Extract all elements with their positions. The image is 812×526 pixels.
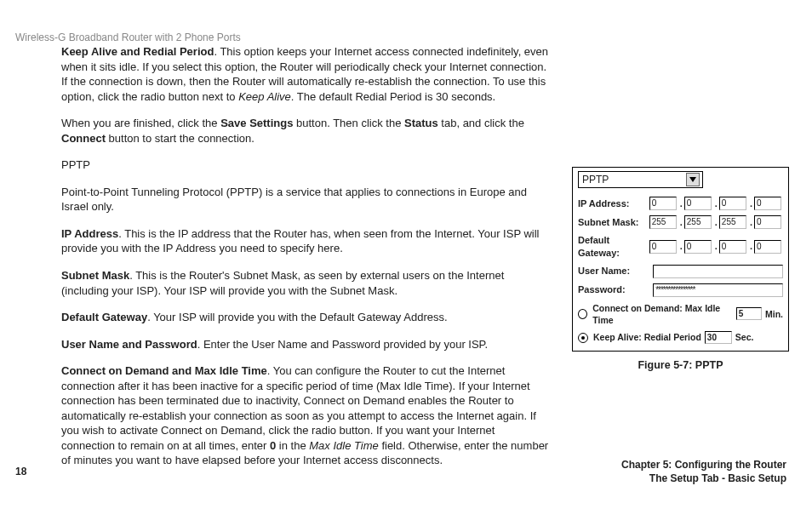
paragraph-mask: Subnet Mask. This is the Router's Subnet… — [61, 268, 551, 298]
gw-octet-4[interactable]: 0 — [754, 240, 781, 254]
figure-caption: Figure 5-7: PPTP — [572, 358, 789, 373]
paragraph-connect-on-demand: Connect on Demand and Max Idle Time. You… — [61, 363, 551, 468]
radio-keep-alive[interactable] — [578, 333, 588, 343]
italic-keep-alive: Keep Alive — [238, 90, 291, 103]
mask-octet-2[interactable]: 255 — [684, 215, 712, 229]
row-ip: IP Address: 0. 0. 0. 0 — [578, 197, 783, 210]
chevron-down-icon — [686, 173, 700, 186]
footer-chapter: Chapter 5: Configuring the Router — [621, 458, 786, 472]
ip-octet-1[interactable]: 0 — [649, 197, 677, 210]
label-gateway: Default Gateway: — [578, 234, 649, 260]
mask-octet-3[interactable]: 255 — [719, 215, 746, 229]
radio-connect-on-demand[interactable] — [578, 309, 587, 319]
row-mask: Subnet Mask: 255. 255. 255. 0 — [578, 215, 783, 229]
gw-octet-1[interactable]: 0 — [649, 240, 677, 254]
ka-label: Keep Alive: Redial Period — [593, 331, 701, 343]
row-username: User Name: — [578, 265, 783, 278]
row-connect-on-demand: Connect on Demand: Max Idle Time 5 Min. — [578, 302, 783, 326]
paragraph-ip: IP Address. This is the IP address that … — [61, 226, 551, 256]
paragraph-save-connect: When you are finished, click the Save Se… — [61, 116, 551, 146]
cod-unit: Min. — [765, 308, 783, 320]
heading-pptp: PPTP — [61, 157, 551, 173]
figure-pptp: PPTP IP Address: 0. 0. 0. 0 Subnet Mask:… — [572, 167, 789, 373]
row-gateway: Default Gateway: 0. 0. 0. 0 — [578, 234, 783, 260]
term-keep-alive: Keep Alive and Redial Period — [61, 45, 214, 58]
ka-unit: Sec. — [735, 331, 754, 343]
ip-octet-4[interactable]: 0 — [754, 197, 781, 210]
document-page: Wireless-G Broadband Router with 2 Phone… — [0, 0, 812, 526]
ip-octet-2[interactable]: 0 — [684, 197, 712, 210]
gw-octet-3[interactable]: 0 — [719, 240, 746, 254]
footer: Chapter 5: Configuring the Router The Se… — [621, 458, 786, 485]
redial-period-field[interactable]: 30 — [705, 331, 732, 344]
svg-marker-0 — [689, 177, 696, 182]
ip-octet-3[interactable]: 0 — [719, 197, 746, 210]
figure-panel: PPTP IP Address: 0. 0. 0. 0 Subnet Mask:… — [572, 167, 789, 352]
row-keep-alive: Keep Alive: Redial Period 30 Sec. — [578, 331, 783, 344]
label-user: User Name: — [578, 265, 653, 277]
label-ip: IP Address: — [578, 197, 649, 210]
paragraph-keep-alive: Keep Alive and Redial Period. This optio… — [61, 44, 551, 104]
label-pass: Password: — [578, 283, 653, 296]
running-header: Wireless-G Broadband Router with 2 Phone… — [15, 31, 241, 44]
select-value: PPTP — [582, 173, 609, 186]
footer-section: The Setup Tab - Basic Setup — [621, 472, 786, 485]
label-mask: Subnet Mask: — [578, 216, 649, 229]
username-field[interactable] — [653, 265, 783, 278]
cod-label: Connect on Demand: Max Idle Time — [592, 302, 733, 326]
mask-octet-4[interactable]: 0 — [754, 215, 781, 229]
paragraph-gateway: Default Gateway. Your ISP will provide y… — [61, 310, 551, 325]
paragraph-userpass: User Name and Password. Enter the User N… — [61, 337, 551, 352]
row-password: Password: **************** — [578, 283, 783, 297]
mask-octet-1[interactable]: 255 — [649, 215, 677, 229]
paragraph-pptp-intro: Point-to-Point Tunneling Protocol (PPTP)… — [61, 185, 551, 214]
max-idle-time-field[interactable]: 5 — [736, 307, 762, 320]
password-field[interactable]: **************** — [653, 283, 783, 297]
body-column: Keep Alive and Redial Period. This optio… — [61, 44, 551, 480]
gw-octet-2[interactable]: 0 — [684, 240, 712, 254]
connection-type-select[interactable]: PPTP — [578, 171, 703, 188]
page-number: 18 — [15, 465, 26, 478]
